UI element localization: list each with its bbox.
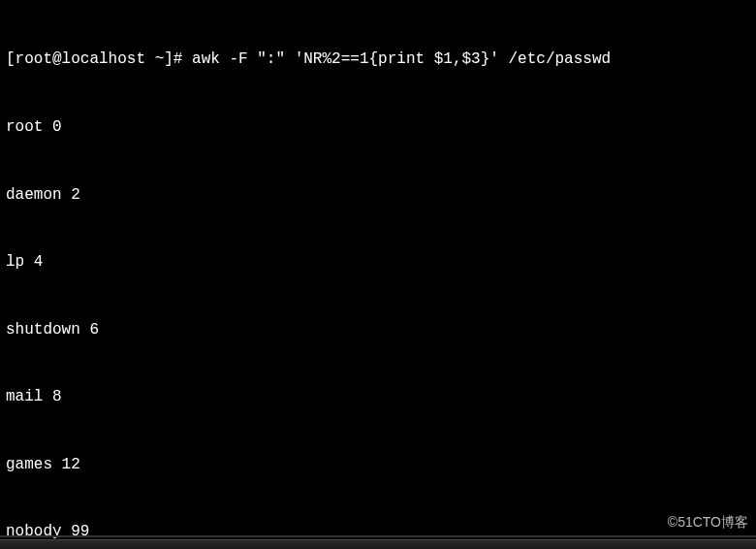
output-line: lp 4 xyxy=(6,251,750,274)
output-line: daemon 2 xyxy=(6,184,750,207)
prompt-text: [root@localhost ~]# xyxy=(6,50,182,68)
output-line: games 12 xyxy=(6,454,750,476)
terminal-window[interactable]: [root@localhost ~]# awk -F ":" 'NR%2==1{… xyxy=(0,0,756,549)
separator-line xyxy=(0,535,756,537)
output-line: shutdown 6 xyxy=(6,319,750,341)
watermark-text: ©51CTO博客 xyxy=(668,514,748,532)
output-line: mail 8 xyxy=(6,386,750,408)
command-text: awk -F ":" 'NR%2==1{print $1,$3}' /etc/p… xyxy=(192,50,611,68)
command-line: [root@localhost ~]# awk -F ":" 'NR%2==1{… xyxy=(6,48,750,71)
status-bar xyxy=(0,539,756,549)
output-line: root 0 xyxy=(6,116,750,139)
